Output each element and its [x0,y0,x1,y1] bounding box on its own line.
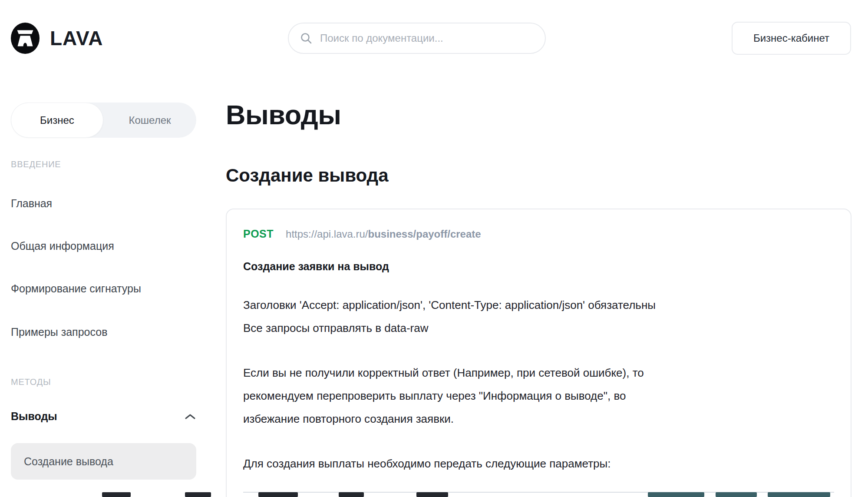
section-label-methods: МЕТОДЫ [11,377,51,387]
logo[interactable]: LAVA [10,22,103,54]
clipped-text-fragment [716,492,757,497]
search-icon [300,32,312,44]
card-heading: Создание заявки на вывод [243,260,833,273]
clipped-text-fragment [185,492,211,497]
sidebar-subitem-create-payoff-active[interactable]: Создание вывода [11,443,196,480]
endpoint-card: POST https://api.lava.ru/business/payoff… [226,209,851,497]
sidebar-item-main[interactable]: Главная [11,197,52,210]
sidebar-group-payoffs[interactable]: Выводы [11,410,196,423]
toggle-business[interactable]: Бизнес [11,103,103,138]
audience-toggle: Бизнес Кошелек [11,103,196,138]
endpoint-url-path: business/payoff/create [368,228,481,240]
sidebar-group-payoffs-label: Выводы [11,410,57,423]
search-input[interactable] [320,32,534,44]
search-bar[interactable] [288,23,546,54]
sidebar-item-request-examples[interactable]: Примеры запросов [11,326,107,338]
section-label-introduction: ВВЕДЕНИЕ [11,159,61,169]
paragraph-retry-recommendation: Если вы не получили корректный ответ (На… [243,361,833,431]
chevron-up-icon [184,413,196,421]
sidebar-item-signature[interactable]: Формирование сигнатуры [11,282,141,295]
endpoint-line: POST https://api.lava.ru/business/payoff… [243,228,833,240]
endpoint-url-base: https://api.lava.ru/ [286,228,368,240]
lava-volcano-icon [10,22,40,54]
logo-wordmark: LAVA [50,27,103,50]
sidebar-item-general-info[interactable]: Общая информация [11,240,114,252]
clipped-text-fragment [258,492,298,497]
business-cabinet-button[interactable]: Бизнес-кабинет [732,22,851,55]
clipped-text-fragment [648,492,704,497]
clipped-text-fragment [102,492,131,497]
clipped-text-fragment [339,492,364,497]
clipped-text-fragment [768,492,830,497]
clipped-text-fragment [416,492,448,497]
endpoint-url: https://api.lava.ru/business/payoff/crea… [286,228,481,240]
section-title: Создание вывода [226,165,389,186]
lava-docs-page: LAVA Бизнес-кабинет Бизнес Кошелек ВВЕДЕ… [0,0,868,497]
toggle-wallet[interactable]: Кошелек [103,103,196,138]
http-method-badge: POST [243,228,274,240]
page-title: Выводы [226,99,341,130]
paragraph-headers-requirement: Заголовки 'Accept: application/json', 'C… [243,294,833,340]
paragraph-required-params-intro: Для создания выплаты необходимо передать… [243,452,833,475]
